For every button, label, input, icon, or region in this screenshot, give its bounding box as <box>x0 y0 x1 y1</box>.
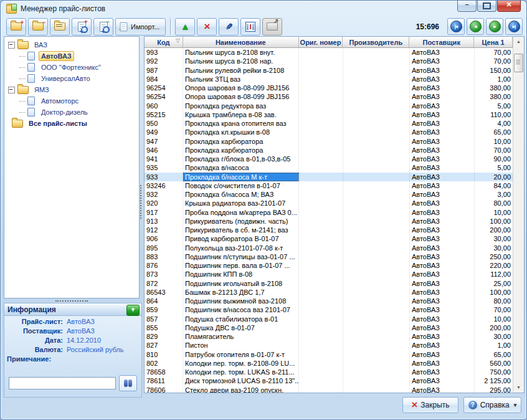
table-cell[interactable] <box>343 350 410 359</box>
table-row[interactable]: 993Пыльник шруса в-2108 внут.АвтоВАЗ70,0… <box>145 48 513 57</box>
table-row[interactable]: 78658Колодки пер. торм. LUKAS в-211...Ав… <box>145 368 513 376</box>
table-row[interactable]: 950Прокладка крана отопителя вазАвтоВАЗ4… <box>145 119 513 128</box>
table-cell[interactable]: АвтоВАЗ <box>410 323 475 332</box>
table-cell[interactable]: 829 <box>145 332 183 341</box>
table-cell[interactable] <box>343 137 410 146</box>
table-cell[interactable]: 950 <box>145 119 183 128</box>
table-cell[interactable] <box>299 376 343 385</box>
table-cell[interactable]: 70,00 <box>475 305 513 314</box>
table-cell[interactable] <box>299 75 343 84</box>
table-cell[interactable] <box>343 190 410 199</box>
table-cell[interactable] <box>299 66 343 75</box>
table-cell[interactable] <box>343 244 410 252</box>
table-cell[interactable]: 873 <box>145 270 183 279</box>
table-cell[interactable] <box>299 217 343 226</box>
table-cell[interactable] <box>299 386 343 393</box>
table-cell[interactable]: Подшипник в/насоса ваз 2101-07 <box>183 305 299 314</box>
table-cell[interactable]: Опора шаровая в-08-099 JBJ156 <box>183 92 299 101</box>
table-cell[interactable]: Полукольца ваз-2101-07-08 к-т <box>183 244 299 252</box>
table-cell[interactable]: АвтоВАЗ <box>410 92 475 101</box>
table-cell[interactable] <box>299 48 343 57</box>
table-row[interactable]: 859Подшипник в/насоса ваз 2101-07АвтоВАЗ… <box>145 305 513 314</box>
table-cell[interactable]: 857 <box>145 315 183 323</box>
table-cell[interactable]: Прокладка б/насоса М к-т <box>183 173 299 181</box>
table-cell[interactable]: АвтоВАЗ <box>410 217 475 226</box>
table-cell[interactable] <box>343 110 410 119</box>
table-cell[interactable] <box>299 315 343 323</box>
table-cell[interactable] <box>299 226 343 234</box>
table-cell[interactable]: Патрубок отопителя в-01-07 к-т <box>183 350 299 359</box>
table-cell[interactable]: АвтоВАЗ <box>410 244 475 252</box>
table-cell[interactable]: Стекло двери ваз-2109 опускн. <box>183 386 299 393</box>
table-cell[interactable]: Подшипник выжимной ваз-2108 <box>183 297 299 305</box>
table-cell[interactable] <box>343 226 410 234</box>
table-cell[interactable] <box>343 119 410 128</box>
table-row[interactable]: 802Колодки пер. торм. в-2108-09 LU...Авт… <box>145 359 513 368</box>
table-row[interactable]: 78611Диск тормозной LUCAS в-2110 13"...А… <box>145 376 513 385</box>
table-cell[interactable]: 10,00 <box>475 208 513 217</box>
table-cell[interactable]: Колодки пер. торм. LUKAS в-211... <box>183 368 299 376</box>
table-cell[interactable]: 30,00 <box>475 244 513 252</box>
scroll-down-button[interactable]: ▼ <box>514 383 523 393</box>
table-cell[interactable]: 78606 <box>145 386 183 393</box>
table-cell[interactable]: Пыльник шруса в-2108 внут. <box>183 48 299 57</box>
table-cell[interactable] <box>299 359 343 368</box>
table-cell[interactable]: 200,00 <box>475 323 513 332</box>
table-cell[interactable]: АвтоВАЗ <box>410 332 475 341</box>
table-row[interactable]: 93246Поводок с/очистителя в-01-07АвтоВАЗ… <box>145 181 513 190</box>
table-cell[interactable] <box>299 252 343 261</box>
table-cell[interactable]: 947 <box>145 137 183 146</box>
table-cell[interactable]: АвтоВАЗ <box>410 376 475 385</box>
table-cell[interactable]: 200,00 <box>475 226 513 234</box>
table-row[interactable]: 96254Опора шаровая в-08-099 JBJ156АвтоВА… <box>145 84 513 92</box>
table-row[interactable]: 855Подушка ДВС в-01-07АвтоВАЗ200,00 <box>145 323 513 332</box>
table-row[interactable]: 810Патрубок отопителя в-01-07 к-тАвтоВАЗ… <box>145 350 513 359</box>
column-header[interactable]: Наименование <box>183 37 299 47</box>
table-cell[interactable]: Прокладка редуктора ваз <box>183 102 299 110</box>
table-cell[interactable] <box>299 146 343 155</box>
table-row[interactable]: 895Полукольца ваз-2101-07-08 к-тАвтоВАЗ3… <box>145 244 513 252</box>
table-row[interactable]: 872Подшипник игольчатый в-2108АвтоВАЗ25,… <box>145 279 513 288</box>
tree-item[interactable]: Доктор-дизель <box>4 107 139 118</box>
table-cell[interactable]: Прокладка крана отопителя ваз <box>183 119 299 128</box>
table-cell[interactable]: Колодки пер. торм. в-2108-09 LU... <box>183 359 299 368</box>
table-cell[interactable]: Диск тормозной LUCAS в-2110 13"... <box>183 376 299 385</box>
table-cell[interactable] <box>299 137 343 146</box>
table-cell[interactable]: 25,00 <box>475 279 513 288</box>
add-pricelist-button[interactable]: + <box>72 18 92 36</box>
table-cell[interactable]: 86543 <box>145 288 183 297</box>
table-cell[interactable]: 220,00 <box>475 261 513 270</box>
table-cell[interactable]: 920 <box>145 199 183 208</box>
table-cell[interactable]: 78658 <box>145 368 183 376</box>
table-cell[interactable]: АвтоВАЗ <box>410 173 475 181</box>
table-cell[interactable]: АвтоВАЗ <box>410 279 475 288</box>
find-button[interactable] <box>119 375 137 391</box>
table-cell[interactable] <box>299 297 343 305</box>
table-cell[interactable]: АвтоВАЗ <box>410 261 475 270</box>
search-input[interactable] <box>9 377 116 389</box>
table-cell[interactable]: Пыльник шруса в-2108 нар. <box>183 57 299 65</box>
table-cell[interactable]: 380,00 <box>475 84 513 92</box>
table-row[interactable]: 827ПистонАвтоВАЗ1,00 <box>145 341 513 350</box>
table-cell[interactable]: 90,00 <box>475 155 513 163</box>
table-cell[interactable]: АвтоВАЗ <box>410 66 475 75</box>
table-cell[interactable] <box>343 199 410 208</box>
table-cell[interactable]: Прикуриватель (подвижн. часть) <box>183 217 299 226</box>
table-cell[interactable]: 84,00 <box>475 181 513 190</box>
table-cell[interactable]: АвтоВАЗ <box>410 102 475 110</box>
table-cell[interactable] <box>299 102 343 110</box>
table-cell[interactable]: АвтоВАЗ <box>410 137 475 146</box>
table-cell[interactable]: 78611 <box>145 376 183 385</box>
table-cell[interactable] <box>299 368 343 376</box>
table-cell[interactable] <box>299 57 343 65</box>
table-cell[interactable]: Пыльник ЗТЦ ваз <box>183 75 299 84</box>
table-cell[interactable] <box>343 163 410 172</box>
table-row[interactable]: 912Прикуриватель в сб. м-2141; вазАвтоВА… <box>145 226 513 234</box>
tree-item[interactable]: Все прайс-листы <box>4 118 139 129</box>
table-cell[interactable]: 112,00 <box>475 270 513 279</box>
table-cell[interactable]: АвтоВАЗ <box>410 226 475 234</box>
table-cell[interactable]: 380,00 <box>475 92 513 101</box>
column-header[interactable]: Ориг. номер <box>299 37 343 47</box>
table-row[interactable]: 906Привод карбюратора В-01-07АвтоВАЗ30,0… <box>145 234 513 243</box>
table-cell[interactable] <box>343 332 410 341</box>
